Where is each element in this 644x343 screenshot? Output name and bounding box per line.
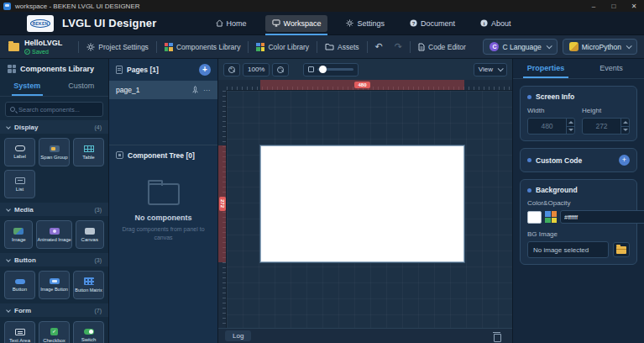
nav-workspace[interactable]: Workspace xyxy=(265,15,328,32)
log-tab[interactable]: Log xyxy=(225,330,251,341)
component-card-button[interactable]: Button xyxy=(4,271,35,299)
pages-panel: Pages [1] + page_1 ⋯ Component Tree [0] … xyxy=(109,59,218,343)
color-picker-icon[interactable] xyxy=(545,211,557,223)
height-increment-button[interactable] xyxy=(621,119,629,127)
category-media[interactable]: Media (3) xyxy=(0,203,108,216)
width-input[interactable] xyxy=(528,119,566,134)
maximize-button[interactable]: □ xyxy=(604,0,624,12)
project-folder-icon xyxy=(8,43,19,51)
add-page-button[interactable]: + xyxy=(199,64,211,76)
chevron-down-icon xyxy=(546,43,552,49)
category-form[interactable]: Form (7) xyxy=(0,303,108,317)
save-status: ✓ Saved xyxy=(24,49,62,55)
component-card-text-area[interactable]: Text Area xyxy=(4,321,35,343)
category-display[interactable]: Display (4) xyxy=(0,120,108,134)
component-card-label[interactable]: Label xyxy=(4,138,35,166)
height-input[interactable] xyxy=(583,119,620,134)
component-card-span-group[interactable]: Span Group xyxy=(39,138,70,166)
caret-up-icon xyxy=(568,121,573,124)
language-select-button[interactable]: C C Language xyxy=(483,39,557,55)
color-swatch[interactable] xyxy=(527,211,542,224)
zoom-out-button[interactable]: – xyxy=(272,63,289,77)
caret-down-icon xyxy=(568,129,573,131)
component-search[interactable] xyxy=(5,102,103,117)
component-card-checkbox[interactable]: Checkbox xyxy=(39,321,70,343)
component-card-animated-image[interactable]: Animated Image xyxy=(36,220,71,249)
fit-screen-icon[interactable] xyxy=(308,66,314,72)
component-card-image-button[interactable]: Image Button xyxy=(39,271,70,299)
component-card-canvas[interactable]: Canvas xyxy=(76,220,104,249)
width-stepper xyxy=(527,118,575,135)
width-decrement-button[interactable] xyxy=(567,127,574,135)
nav-settings[interactable]: Settings xyxy=(339,15,391,32)
nav-document[interactable]: ? Document xyxy=(403,15,462,32)
vertical-ruler: 272 xyxy=(218,91,227,328)
component-card-table[interactable]: Table xyxy=(73,138,104,166)
design-screen[interactable] xyxy=(260,145,464,262)
page-more-icon[interactable]: ⋯ xyxy=(203,87,211,94)
category-button[interactable]: Button (3) xyxy=(0,253,108,266)
undo-icon[interactable]: ↶ xyxy=(375,41,383,52)
library-tabs: System Custom xyxy=(0,78,108,97)
height-decrement-button[interactable] xyxy=(621,127,629,135)
component-card-list[interactable]: List xyxy=(4,170,35,198)
question-circle-icon: ? xyxy=(410,19,417,27)
search-input[interactable] xyxy=(18,106,98,113)
bg-image-input[interactable] xyxy=(527,241,609,258)
tab-system[interactable]: System xyxy=(0,78,55,96)
button-matrix-icon xyxy=(84,277,94,285)
chevron-down-icon xyxy=(6,308,11,313)
components-grid-icon xyxy=(165,43,173,51)
page-row-selected[interactable]: page_1 ⋯ xyxy=(109,81,217,99)
minimize-button[interactable]: – xyxy=(584,0,604,12)
bg-image-label: BG Image xyxy=(527,230,630,238)
code-editor-button[interactable]: Code Editor xyxy=(418,43,466,51)
browse-image-button[interactable] xyxy=(613,242,630,257)
zoom-in-button[interactable]: + xyxy=(223,63,240,77)
empty-folder-icon xyxy=(148,183,180,205)
tab-events[interactable]: Events xyxy=(579,59,644,78)
page-file-icon xyxy=(116,66,123,74)
components-library-header: Components Library xyxy=(0,59,108,78)
color-library-button[interactable]: Color Library xyxy=(256,43,309,51)
component-card-image[interactable]: Image xyxy=(4,220,33,249)
component-card-button-matrix[interactable]: Button Matrix xyxy=(73,271,104,299)
close-button[interactable]: ✕ xyxy=(624,0,644,12)
chevron-down-icon xyxy=(498,66,504,71)
canvas-field[interactable] xyxy=(227,91,512,328)
redo-icon[interactable]: ↷ xyxy=(395,41,402,52)
divider xyxy=(156,41,157,53)
horizontal-ruler: 480 xyxy=(227,80,512,91)
component-tree-empty-state: No components Drag components from panel… xyxy=(109,165,217,343)
label-icon xyxy=(15,145,25,151)
monitor-icon xyxy=(272,19,280,27)
zoom-in-icon: + xyxy=(228,66,235,73)
assets-button[interactable]: Assets xyxy=(325,43,359,51)
search-icon xyxy=(10,107,15,112)
component-card-switch[interactable]: Switch xyxy=(73,321,104,343)
trash-icon[interactable] xyxy=(493,332,500,340)
view-dropdown[interactable]: View xyxy=(474,63,507,77)
project-settings-button[interactable]: Project Settings xyxy=(86,43,149,51)
color-opacity-label: Color&Opacity xyxy=(527,199,644,207)
width-increment-button[interactable] xyxy=(567,119,574,127)
section-dot-icon xyxy=(527,158,531,162)
nav-home[interactable]: Home xyxy=(209,15,254,32)
c-language-icon: C xyxy=(490,42,499,51)
app-header: BEKEN LVGL UI Designer Home Workspace Se… xyxy=(0,12,644,35)
project-toolbar: HelloLVGL ✓ Saved Project Settings Compo… xyxy=(0,35,644,59)
components-library-button[interactable]: Components Library xyxy=(165,43,241,51)
zoom-slider[interactable] xyxy=(317,68,353,71)
home-page-icon[interactable] xyxy=(191,86,199,94)
divider xyxy=(248,41,249,53)
tab-custom[interactable]: Custom xyxy=(55,78,109,96)
hex-color-input[interactable] xyxy=(560,210,644,224)
screen-info-section: Screen Info Width xyxy=(520,86,637,141)
tab-properties[interactable]: Properties xyxy=(513,59,579,78)
height-label: Height xyxy=(582,107,630,114)
main-nav: Home Workspace Settings ? Document i Abo… xyxy=(209,12,518,34)
runtime-select-button[interactable]: MicroPython xyxy=(563,39,637,55)
nav-about[interactable]: i About xyxy=(474,15,518,32)
zoom-slider-knob[interactable] xyxy=(319,66,327,73)
add-custom-code-button[interactable]: + xyxy=(619,155,630,166)
